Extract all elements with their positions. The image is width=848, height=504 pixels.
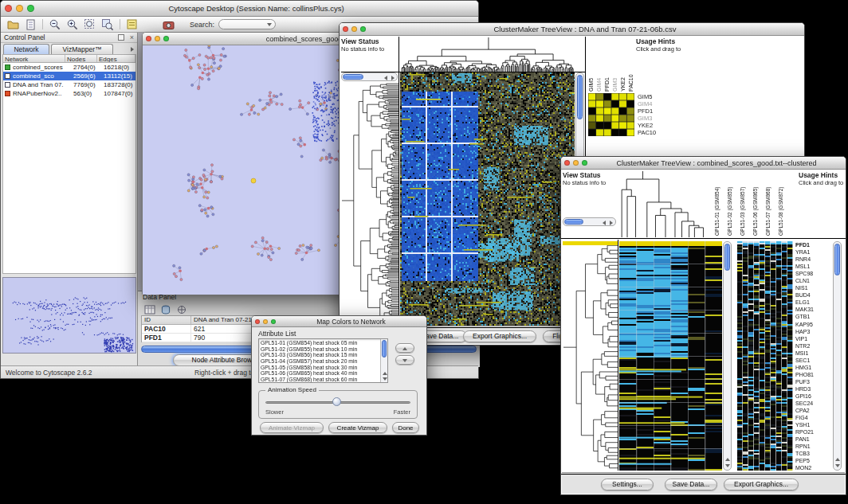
- gene-label[interactable]: RNR4: [795, 256, 830, 263]
- float-panel-icon[interactable]: [118, 34, 124, 41]
- scroll-right-icon[interactable]: [610, 221, 613, 225]
- gene-label[interactable]: PUF3: [795, 378, 830, 385]
- gene-label[interactable]: SEC24: [795, 400, 830, 407]
- gene-label[interactable]: HAP3: [795, 328, 830, 335]
- network-table-row[interactable]: combined_scores 2764(0) 16218(0): [3, 63, 135, 72]
- attribute-list-item[interactable]: GPL51-06 (GSM865) heat shock 40 min: [259, 370, 380, 377]
- gene-label[interactable]: PHO81: [795, 371, 830, 378]
- close-button[interactable]: [564, 160, 570, 166]
- heatmap-canvas[interactable]: [400, 72, 575, 326]
- zoom-selected-icon[interactable]: [100, 18, 116, 31]
- close-panel-icon[interactable]: ×: [130, 33, 134, 41]
- dialog-titlebar[interactable]: Map Colors to Network: [252, 316, 426, 327]
- create-vizmap-button[interactable]: Create Vizmap: [328, 422, 387, 433]
- export-graphics-button[interactable]: Export Graphics...: [463, 330, 536, 342]
- attribute-list-item[interactable]: GPL51-03 (GSM856) heat shock 15 min: [259, 352, 380, 358]
- gene-label[interactable]: NIS1: [795, 284, 830, 291]
- zoom-button[interactable]: [27, 5, 34, 12]
- gene-label[interactable]: MSL1: [795, 263, 830, 270]
- animate-vizmap-button[interactable]: Animate Vizmap: [260, 422, 324, 433]
- scrollbar-thumb[interactable]: [564, 219, 583, 225]
- zoom-button[interactable]: [582, 160, 587, 166]
- treeview2-v-scrollbar[interactable]: [723, 241, 732, 471]
- scroll-right-icon[interactable]: [391, 76, 395, 80]
- scroll-left-icon[interactable]: [384, 76, 387, 80]
- import-network-icon[interactable]: [22, 18, 38, 31]
- gene-label[interactable]: VIP1: [795, 335, 830, 342]
- treeview2-h-scrollbar[interactable]: [563, 217, 616, 226]
- scrollbar-thumb[interactable]: [382, 340, 387, 357]
- attribute-list-item[interactable]: GPL51-01 (GSM854) heat shock 05 min: [259, 340, 380, 346]
- close-button[interactable]: [343, 26, 348, 32]
- scroll-up-icon[interactable]: [383, 372, 387, 375]
- scrollbar-thumb[interactable]: [343, 74, 363, 80]
- close-button[interactable]: [5, 5, 12, 12]
- gene-label[interactable]: GPI16: [795, 393, 830, 400]
- column-dendrogram-canvas[interactable]: [400, 37, 575, 72]
- gene-label[interactable]: CLN1: [795, 277, 830, 284]
- minimize-button[interactable]: [263, 319, 268, 324]
- gene-label[interactable]: BUD4: [795, 291, 830, 299]
- attribute-table-icon[interactable]: [142, 303, 158, 316]
- minimize-button[interactable]: [155, 36, 160, 41]
- annotation-icon[interactable]: [124, 18, 140, 31]
- gene-label[interactable]: FIG4: [795, 414, 830, 421]
- zoom-out-icon[interactable]: [47, 18, 63, 31]
- treeview1-h-scrollbar[interactable]: [341, 72, 398, 81]
- minimize-button[interactable]: [573, 160, 579, 166]
- attribute-list-item[interactable]: GPL51-07 (GSM868) heat shock 60 min: [259, 377, 380, 383]
- zoom-fit-icon[interactable]: [82, 18, 98, 31]
- scroll-down-icon[interactable]: [383, 377, 387, 381]
- open-session-icon[interactable]: [5, 18, 21, 31]
- scroll-up-icon[interactable]: [835, 458, 840, 461]
- network-table-row[interactable]: RNAPuberNov2.. 563(0) 107847(0): [3, 89, 135, 98]
- heatmap-canvas[interactable]: [619, 241, 722, 471]
- gene-list-scrollbar[interactable]: [833, 241, 842, 471]
- attribute-function-icon[interactable]: [174, 303, 190, 316]
- settings-button[interactable]: Settings...: [601, 479, 654, 490]
- search-dropdown-icon[interactable]: [267, 23, 272, 26]
- close-button[interactable]: [255, 319, 260, 324]
- gene-label[interactable]: YRA1: [795, 248, 830, 256]
- snapshot-icon[interactable]: [160, 18, 176, 31]
- gene-label[interactable]: GTB1: [795, 313, 830, 320]
- attribute-list-item[interactable]: GPL51-05 (GSM858) heat shock 30 min: [259, 365, 380, 371]
- slider-thumb[interactable]: [332, 397, 341, 406]
- gene-label[interactable]: MON2: [795, 464, 830, 471]
- move-attribute-down-button[interactable]: [395, 355, 414, 365]
- treeview2-titlebar[interactable]: ClusterMaker TreeView : combined_scores_…: [561, 157, 846, 170]
- zoom-button[interactable]: [360, 26, 366, 32]
- gene-label[interactable]: KAP95: [795, 321, 830, 328]
- scroll-left-icon[interactable]: [603, 221, 606, 225]
- close-button[interactable]: [146, 36, 151, 41]
- attribute-select-icon[interactable]: [158, 303, 174, 316]
- secondary-heatmap-canvas[interactable]: [737, 241, 793, 471]
- attribute-list-scrollbar[interactable]: [380, 339, 387, 382]
- network-table-row[interactable]: combined_sco 2569(6) 13112(15): [3, 72, 135, 80]
- minimize-button[interactable]: [16, 5, 23, 12]
- scroll-up-icon[interactable]: [725, 458, 730, 461]
- scrollbar-thumb[interactable]: [834, 244, 840, 275]
- gene-label[interactable]: YSH1: [795, 421, 830, 428]
- minimize-button[interactable]: [351, 26, 357, 32]
- gene-label[interactable]: SEC1: [795, 357, 830, 364]
- gene-label[interactable]: HRD3: [795, 385, 830, 393]
- similarity-matrix-canvas[interactable]: [588, 93, 634, 136]
- scroll-down-icon[interactable]: [725, 464, 730, 467]
- attribute-list-item[interactable]: GPL51-04 (GSM857) heat shock 20 min: [259, 358, 380, 365]
- gene-label[interactable]: RPO21: [795, 428, 830, 436]
- zoom-button[interactable]: [163, 36, 169, 41]
- zoom-in-icon[interactable]: [65, 18, 80, 31]
- gene-label[interactable]: MSI1: [795, 350, 830, 357]
- network-overview-canvas[interactable]: [3, 278, 135, 353]
- gene-label[interactable]: MAK31: [795, 306, 830, 313]
- gene-label[interactable]: TCB3: [795, 450, 830, 457]
- attribute-list-item[interactable]: GPL51-02 (GSM855) heat shock 10 min: [259, 346, 380, 353]
- main-titlebar[interactable]: Cytoscape Desktop (Session Name: collins…: [1, 1, 478, 17]
- gene-label[interactable]: SPC98: [795, 270, 830, 277]
- row-dendrogram-canvas[interactable]: [341, 82, 398, 326]
- network-overview[interactable]: [2, 277, 136, 354]
- gene-label[interactable]: PEP5: [795, 457, 830, 464]
- save-data-button[interactable]: Save Data...: [665, 479, 717, 490]
- gene-label[interactable]: NTR2: [795, 342, 830, 350]
